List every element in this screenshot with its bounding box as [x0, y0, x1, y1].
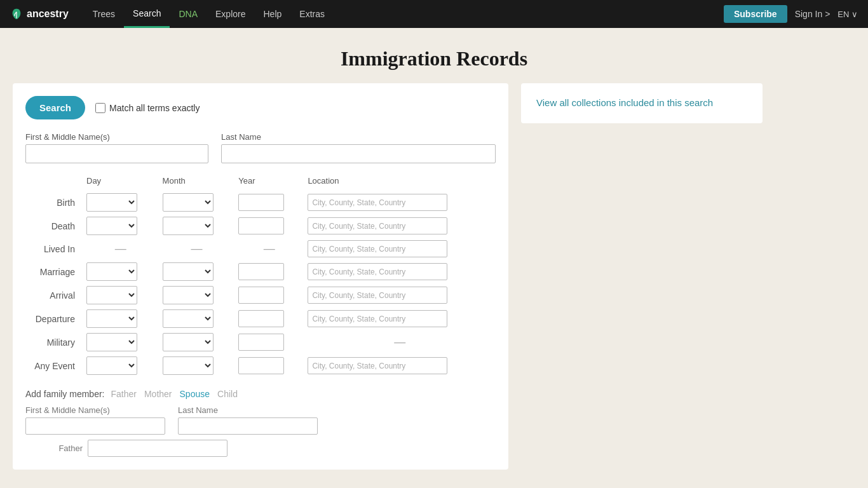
page-title: Immigration Records — [0, 47, 868, 71]
sidebar-card: View all collections included in this se… — [521, 83, 763, 123]
match-exact-label[interactable]: Match all terms exactly — [95, 103, 200, 113]
family-row-label: Father — [25, 444, 83, 453]
family-child[interactable]: Child — [217, 389, 238, 399]
nav-dna[interactable]: DNA — [170, 0, 207, 28]
month-select-6[interactable] — [163, 333, 214, 351]
family-inputs: First & Middle Name(s) Last Name Father — [25, 405, 496, 457]
event-row-birth: Birth — [25, 191, 496, 214]
event-row-military: Military— — [25, 330, 496, 354]
location-input-7[interactable] — [308, 357, 447, 374]
year-input-7[interactable] — [238, 357, 284, 374]
location-input-5[interactable] — [308, 310, 447, 327]
year-dash-2: — — [234, 238, 304, 260]
family-last-name-field: Last Name — [178, 405, 318, 435]
family-label: Add family member: — [25, 389, 104, 399]
last-name-input[interactable] — [221, 144, 496, 163]
year-input-3[interactable] — [238, 263, 284, 280]
family-father[interactable]: Father — [111, 389, 136, 399]
nav-search[interactable]: Search — [124, 0, 170, 28]
family-row-input[interactable] — [88, 440, 227, 457]
event-row-any-event: Any Event — [25, 354, 496, 377]
first-name-field: First & Middle Name(s) — [25, 132, 208, 163]
name-row: First & Middle Name(s) Last Name — [25, 132, 496, 163]
match-exact-checkbox[interactable] — [95, 103, 105, 113]
year-input-1[interactable] — [238, 217, 284, 234]
family-spouse[interactable]: Spouse — [180, 389, 210, 399]
month-select-1[interactable] — [163, 217, 214, 235]
signin-button[interactable]: Sign In > — [795, 9, 831, 19]
event-label-5: Departure — [25, 307, 83, 330]
location-input-4[interactable] — [308, 287, 447, 304]
location-input-2[interactable] — [308, 240, 447, 257]
event-label-6: Military — [25, 330, 83, 354]
family-inputs-row: First & Middle Name(s) Last Name — [25, 405, 496, 435]
month-select-3[interactable] — [163, 262, 214, 281]
subscribe-button[interactable]: Subscribe — [724, 5, 787, 23]
event-label-7: Any Event — [25, 354, 83, 377]
events-table: Day Month Year Location BirthDeathLived … — [25, 173, 496, 377]
nav-help[interactable]: Help — [255, 0, 291, 28]
month-select-7[interactable] — [163, 356, 214, 375]
day-select-6[interactable] — [86, 333, 137, 351]
location-input-0[interactable] — [308, 194, 447, 211]
logo[interactable]: ancestry — [10, 8, 69, 20]
event-label-0: Birth — [25, 191, 83, 214]
day-dash-2: — — [83, 238, 159, 260]
last-name-field: Last Name — [221, 132, 496, 163]
family-mother[interactable]: Mother — [144, 389, 172, 399]
col-header-day: Day — [83, 173, 159, 191]
family-first-name-input[interactable] — [25, 417, 165, 435]
month-select-4[interactable] — [163, 286, 214, 304]
nav-right: Subscribe Sign In > EN ∨ — [724, 5, 858, 23]
nav-extras[interactable]: Extras — [290, 0, 334, 28]
year-input-4[interactable] — [238, 287, 284, 304]
event-label-1: Death — [25, 214, 83, 238]
search-button[interactable]: Search — [25, 96, 85, 119]
col-header-month: Month — [159, 173, 235, 191]
main-layout: Search Match all terms exactly First & M… — [0, 83, 868, 470]
location-input-1[interactable] — [308, 217, 447, 234]
month-select-0[interactable] — [163, 193, 214, 212]
event-row-arrival: Arrival — [25, 283, 496, 307]
nav-explore[interactable]: Explore — [207, 0, 254, 28]
event-row-marriage: Marriage — [25, 260, 496, 283]
last-name-label: Last Name — [221, 132, 496, 142]
family-first-name-label: First & Middle Name(s) — [25, 405, 165, 415]
nav-trees[interactable]: Trees — [84, 0, 124, 28]
location-input-3[interactable] — [308, 263, 447, 280]
event-label-3: Marriage — [25, 260, 83, 283]
collections-link[interactable]: View all collections included in this se… — [536, 97, 713, 108]
day-select-0[interactable] — [86, 193, 137, 212]
col-header-year: Year — [234, 173, 304, 191]
search-top-row: Search Match all terms exactly — [25, 96, 496, 119]
month-select-5[interactable] — [163, 309, 214, 328]
day-select-3[interactable] — [86, 262, 137, 281]
language-selector[interactable]: EN ∨ — [837, 10, 858, 19]
day-select-5[interactable] — [86, 309, 137, 328]
day-select-4[interactable] — [86, 286, 137, 304]
main-nav: ancestry Trees Search DNA Explore Help E… — [0, 0, 868, 28]
event-row-departure: Departure — [25, 307, 496, 330]
match-exact-text: Match all terms exactly — [109, 103, 200, 113]
nav-links: Trees Search DNA Explore Help Extras — [84, 0, 724, 28]
first-name-input[interactable] — [25, 144, 208, 163]
event-row-death: Death — [25, 214, 496, 238]
family-first-name-field: First & Middle Name(s) — [25, 405, 165, 435]
year-input-6[interactable] — [238, 334, 284, 351]
year-input-0[interactable] — [238, 194, 284, 211]
year-input-5[interactable] — [238, 310, 284, 327]
location-dash-6: — — [304, 330, 496, 354]
page-title-area: Immigration Records — [0, 28, 868, 83]
sidebar: View all collections included in this se… — [521, 83, 763, 470]
search-card: Search Match all terms exactly First & M… — [13, 83, 508, 470]
family-row: Add family member: Father Mother Spouse … — [25, 389, 496, 399]
first-name-label: First & Middle Name(s) — [25, 132, 208, 142]
event-label-2: Lived In — [25, 238, 83, 260]
logo-text: ancestry — [27, 8, 69, 20]
day-select-1[interactable] — [86, 217, 137, 235]
family-last-name-input[interactable] — [178, 417, 318, 435]
family-last-name-label: Last Name — [178, 405, 318, 415]
day-select-7[interactable] — [86, 356, 137, 375]
event-label-4: Arrival — [25, 283, 83, 307]
col-header-location: Location — [304, 173, 496, 191]
